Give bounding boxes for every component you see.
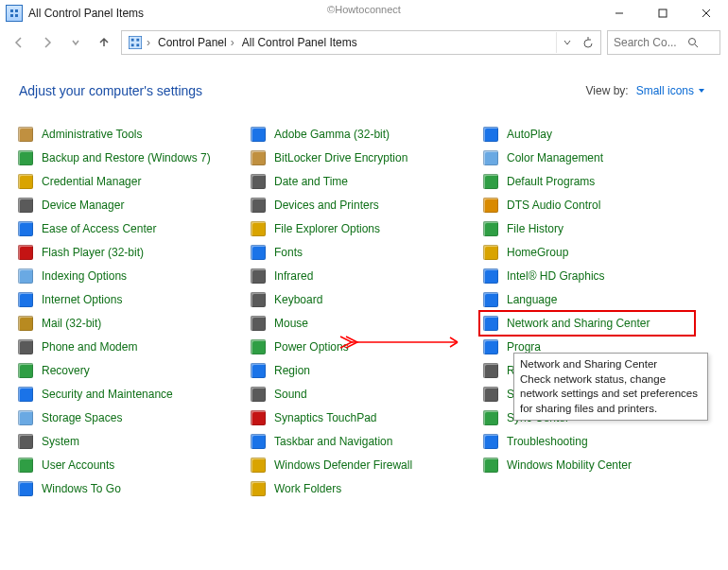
backup-icon (17, 149, 34, 166)
system-icon (17, 433, 34, 450)
cp-item-internet[interactable]: Internet Options (17, 290, 244, 309)
homegroup-icon (482, 244, 499, 261)
cp-item-label: Windows Defender Firewall (274, 458, 412, 472)
cp-item-datetime[interactable]: Date and Time (250, 172, 477, 191)
up-button[interactable] (93, 31, 115, 54)
control-panel-grid: Administrative ToolsAdobe Gamma (32-bit)… (0, 108, 728, 498)
cp-item-sound[interactable]: Sound (250, 385, 477, 404)
cp-item-mobility[interactable]: Windows Mobility Center (482, 456, 709, 475)
header-area: Adjust your computer's settings View by:… (0, 59, 728, 108)
cp-item-device[interactable]: Device Manager (17, 196, 244, 215)
cp-item-touchpad[interactable]: Synaptics TouchPad (250, 408, 477, 427)
cp-item-recovery[interactable]: Recovery (17, 361, 244, 380)
cp-item-taskbar[interactable]: Taskbar and Navigation (250, 432, 477, 451)
cp-item-homegroup[interactable]: HomeGroup (482, 243, 709, 262)
cp-item-trouble[interactable]: Troubleshooting (482, 432, 709, 451)
firewall-icon (250, 457, 267, 474)
search-icon (687, 37, 699, 48)
cp-item-power[interactable]: Power Options (250, 337, 477, 356)
cp-item-phone[interactable]: Phone and Modem (17, 337, 244, 356)
remote-icon (482, 362, 499, 379)
cp-item-label: Indexing Options (42, 269, 127, 283)
cp-item-indexing[interactable]: Indexing Options (17, 267, 244, 285)
cp-item-label: Language (507, 293, 557, 306)
cp-item-network[interactable]: Network and Sharing Center (482, 314, 709, 333)
close-button[interactable] (685, 0, 728, 26)
cp-item-explorer[interactable]: File Explorer Options (250, 219, 477, 238)
breadcrumb-label: All Control Panel Items (242, 36, 357, 49)
sound-icon (250, 386, 267, 403)
cp-item-label: Work Folders (274, 482, 341, 495)
refresh-button[interactable] (578, 32, 598, 53)
cp-item-bitlocker[interactable]: BitLocker Drive Encryption (250, 148, 477, 167)
cp-item-storage[interactable]: Storage Spaces (17, 408, 244, 427)
address-bar[interactable]: › Control Panel › All Control Panel Item… (121, 30, 601, 55)
cp-item-label: Keyboard (274, 293, 322, 306)
cp-item-dts[interactable]: DTS Audio Control (482, 196, 709, 215)
cp-item-workfolders[interactable]: Work Folders (250, 479, 477, 498)
address-dropdown[interactable] (556, 32, 578, 53)
cp-item-backup[interactable]: Backup and Restore (Windows 7) (17, 148, 244, 167)
cp-item-flash[interactable]: Flash Player (32-bit) (17, 243, 244, 262)
history-dropdown[interactable] (64, 31, 87, 54)
cp-item-admintools[interactable]: Administrative Tools (17, 125, 244, 144)
programs-icon (482, 338, 499, 355)
intel-icon (482, 268, 499, 285)
cp-item-devices[interactable]: Devices and Printers (250, 196, 477, 215)
search-input[interactable] (612, 35, 684, 50)
cp-item-label: Phone and Modem (42, 340, 137, 354)
breadcrumb-control-panel[interactable]: Control Panel › (154, 31, 238, 54)
cp-item-user[interactable]: User Accounts (17, 456, 244, 475)
breadcrumb-label: Control Panel (158, 36, 227, 49)
cp-item-label: AutoPlay (507, 128, 552, 141)
cp-item-autoplay[interactable]: AutoPlay (482, 125, 709, 144)
cp-item-wintogo[interactable]: Windows To Go (17, 479, 244, 498)
back-button[interactable] (8, 31, 30, 54)
cp-item-credential[interactable]: Credential Manager (17, 172, 244, 191)
default-icon (482, 173, 499, 190)
cp-item-intel[interactable]: Intel® HD Graphics (482, 267, 709, 285)
wintogo-icon (17, 480, 34, 497)
mobility-icon (482, 457, 499, 474)
cp-item-infrared[interactable]: Infrared (250, 267, 477, 285)
search-box[interactable] (607, 30, 720, 55)
autoplay-icon (482, 126, 499, 143)
taskbar-icon (250, 433, 267, 450)
recovery-icon (17, 362, 34, 379)
dts-icon (482, 197, 499, 214)
view-by-label: View by: (586, 84, 629, 97)
cp-item-security[interactable]: Security and Maintenance (17, 385, 244, 404)
cp-item-mail[interactable]: Mail (32-bit) (17, 314, 244, 333)
bitlocker-icon (250, 149, 267, 166)
tooltip: Network and Sharing Center Check network… (513, 353, 708, 421)
svg-rect-1 (15, 9, 18, 12)
svg-rect-3 (15, 14, 18, 17)
forward-button[interactable] (36, 31, 59, 54)
cp-item-color[interactable]: Color Management (482, 148, 709, 167)
cp-item-label: Infrared (274, 269, 313, 283)
breadcrumb-root[interactable]: › (124, 31, 154, 54)
cp-item-label: Backup and Restore (Windows 7) (42, 151, 211, 164)
cp-item-label: File Explorer Options (274, 222, 380, 235)
cp-item-system[interactable]: System (17, 432, 244, 451)
view-by-dropdown[interactable]: Small icons (636, 84, 705, 97)
cp-item-filehist[interactable]: File History (482, 219, 709, 238)
cp-item-fonts[interactable]: Fonts (250, 243, 477, 262)
cp-item-region[interactable]: Region (250, 361, 477, 380)
cp-item-ease[interactable]: Ease of Access Center (17, 219, 244, 238)
cp-item-mouse[interactable]: Mouse (250, 314, 477, 333)
breadcrumb-all-items[interactable]: All Control Panel Items (238, 31, 361, 54)
cp-item-firewall[interactable]: Windows Defender Firewall (250, 456, 477, 475)
cp-item-gamma[interactable]: Adobe Gamma (32-bit) (250, 125, 477, 144)
maximize-button[interactable] (641, 0, 685, 26)
minimize-button[interactable] (598, 0, 641, 26)
cp-item-default[interactable]: Default Programs (482, 172, 709, 191)
storage-icon (17, 409, 34, 426)
cp-item-keyboard[interactable]: Keyboard (250, 290, 477, 309)
cp-item-label: Progra (507, 340, 541, 354)
device-icon (17, 197, 34, 214)
network-icon (482, 315, 499, 332)
svg-point-13 (689, 39, 696, 45)
cp-item-label: Recovery (42, 364, 90, 377)
cp-item-language[interactable]: Language (482, 290, 709, 309)
